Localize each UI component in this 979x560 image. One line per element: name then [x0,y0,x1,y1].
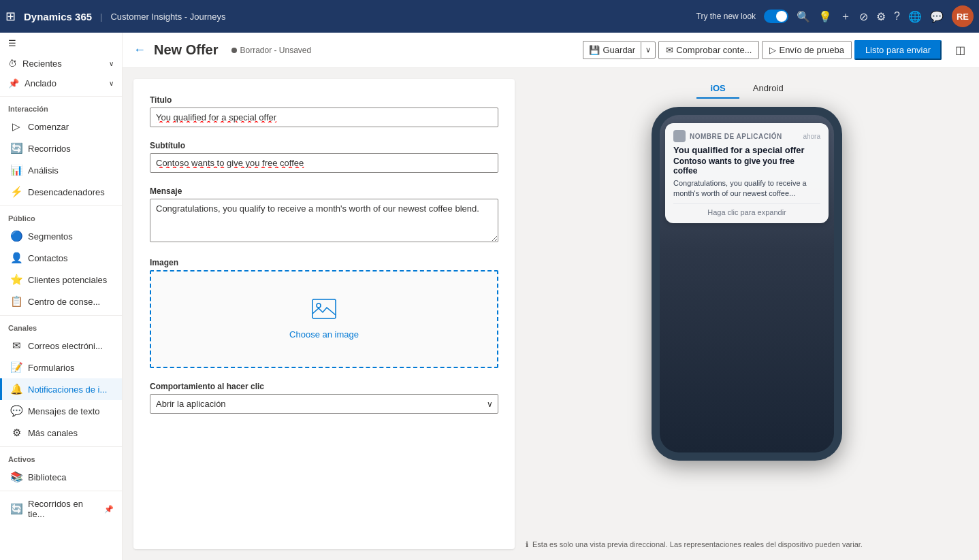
module-title: Customer Insights - Journeys [110,12,225,22]
main-content: Titulo Subtítulo Mensaje Congratulations… [123,68,979,560]
titulo-input[interactable] [150,108,498,127]
tab-ios[interactable]: iOS [696,79,739,99]
waffle-icon[interactable]: ⊞ [5,9,16,24]
sidebar-item-centro-consentimiento[interactable]: 📋 Centro de conse... [0,291,122,312]
imagen-group: Imagen Choose an image [150,258,498,368]
top-navigation: ⊞ Dynamics 365 | Customer Insights - Jou… [0,0,979,33]
back-button[interactable]: ← [133,43,146,57]
tab-android[interactable]: Android [739,79,797,99]
sidebar-item-anclado[interactable]: 📌 Anclado ∨ [0,73,122,93]
ready-to-send-button[interactable]: Listo para enviar [854,40,942,60]
centro-label: Centro de conse... [28,297,100,307]
comenzar-label: Comenzar [28,122,69,132]
chat-icon[interactable]: 💬 [930,10,944,23]
sidebar-item-notificaciones[interactable]: 🔔 Notificaciones de i... [0,378,122,400]
save-dropdown-button[interactable]: ∨ [641,42,656,59]
main-layout: ☰ ⏱ Recientes ∨ 📌 Anclado ∨ Interacción … [0,33,979,560]
notification-body: Congratulations, you qualify to receive … [673,178,820,199]
notificaciones-label: Notificaciones de i... [28,384,107,395]
canales-header: Canales [0,318,122,335]
sidebar-item-correos[interactable]: ✉ Correos electróni... [0,335,122,357]
publico-header: Público [0,209,122,225]
save-label: Guardar [603,45,635,55]
test-send-label: Envío de prueba [779,45,844,55]
collapse-icon[interactable]: ◫ [952,41,968,59]
send-icon: ▷ [769,45,776,55]
help-icon[interactable]: ? [894,10,900,22]
test-send-button[interactable]: ▷ Envío de prueba [762,41,851,59]
subtitulo-input[interactable] [150,153,498,173]
sidebar-item-comenzar[interactable]: ▷ Comenzar [0,116,122,137]
svg-rect-0 [312,299,336,318]
sidebar: ☰ ⏱ Recientes ∨ 📌 Anclado ∨ Interacción … [0,33,123,560]
sidebar-item-recorridos-tiempo[interactable]: 🔄 Recorridos en tie... 📌 [0,494,122,524]
settings-icon[interactable]: ⚙ [876,10,886,23]
plus-icon[interactable]: ＋ [840,10,851,24]
formularios-icon: 📝 [10,361,22,374]
recorridos-label: Recorridos [28,144,71,154]
image-upload-area[interactable]: Choose an image [150,270,498,368]
preview-panel: iOS Android NOMBRE DE APLICACIÓN ahora [526,79,968,549]
formularios-label: Formularios [28,363,75,373]
check-content-label: Comprobar conte... [676,45,752,55]
pin-icon: 📌 [104,505,114,514]
app-title: Dynamics 365 [24,11,92,22]
hamburger-button[interactable]: ☰ [0,33,122,54]
nav-separator: | [100,12,102,22]
comenzar-icon: ▷ [10,120,22,133]
sidebar-item-mas-canales[interactable]: ⚙ Más canales [0,422,122,444]
analisis-icon: 📊 [10,164,22,176]
disclaimer-text: Esta es solo una vista previa direcciona… [532,540,863,548]
sidebar-item-recientes[interactable]: ⏱ Recientes ∨ [0,54,122,73]
recorridos-tiempo-label: Recorridos en tie... [28,499,99,519]
mensaje-input[interactable]: Congratulations, you qualify to receive … [150,199,498,242]
app-icon [673,130,686,142]
sidebar-item-clientes-potenciales[interactable]: ⭐ Clientes potenciales [0,269,122,291]
recorridos-tiempo-icon: 🔄 [10,503,22,515]
sidebar-divider-3 [0,315,122,316]
sidebar-item-analisis[interactable]: 📊 Análisis [0,159,122,181]
desencadenadores-label: Desencadenadores [28,187,105,197]
sidebar-item-contactos[interactable]: 👤 Contactos [0,247,122,269]
lightbulb-icon[interactable]: 💡 [818,10,832,23]
check-content-button[interactable]: ✉ Comprobar conte... [658,41,759,59]
new-look-toggle[interactable] [764,10,788,23]
globe-icon[interactable]: 🌐 [908,10,922,23]
sidebar-divider-4 [0,446,122,447]
titulo-label: Titulo [150,95,498,105]
sidebar-item-biblioteca[interactable]: 📚 Biblioteca [0,466,122,488]
save-icon: 💾 [589,45,600,55]
contactos-label: Contactos [28,253,68,263]
notification-time: ahora [803,133,820,140]
sidebar-item-formularios[interactable]: 📝 Formularios [0,357,122,378]
clientes-label: Clientes potenciales [28,275,107,285]
preview-tabs: iOS Android [526,79,968,99]
sidebar-item-recorridos[interactable]: 🔄 Recorridos [0,137,122,159]
comportamiento-group: Comportamiento al hacer clic Abrir la ap… [150,382,498,414]
sidebar-item-mensajes-texto[interactable]: 💬 Mensajes de texto [0,400,122,422]
sidebar-item-segmentos[interactable]: 🔵 Segmentos [0,225,122,247]
notificaciones-icon: 🔔 [10,383,22,395]
page-title: New Offer [154,42,218,58]
top-nav-right: Try the new look 🔍 💡 ＋ ⊘ ⚙ ? 🌐 💬 RE [696,5,974,27]
notification-expand: Haga clic para expandir [673,203,820,216]
recientes-icon: ⏱ [8,59,17,69]
notification-card: NOMBRE DE APLICACIÓN ahora You qualified… [665,123,829,223]
comportamiento-select-wrapper: Abrir la aplicación Abrir URL Cerrar ∨ [150,394,498,414]
interaccion-header: Interacción [0,99,122,116]
recorridos-icon: 🔄 [10,142,22,154]
search-icon[interactable]: 🔍 [797,10,810,23]
clientes-icon: ⭐ [10,274,22,286]
avatar[interactable]: RE [952,5,974,27]
comportamiento-select[interactable]: Abrir la aplicación Abrir URL Cerrar [150,394,498,414]
save-button[interactable]: 💾 Guardar [583,41,641,59]
mas-canales-label: Más canales [28,428,78,438]
phone-screen: NOMBRE DE APLICACIÓN ahora You qualified… [660,115,834,452]
status-label: Borrador - Unsaved [240,46,311,55]
sidebar-item-desencadenadores[interactable]: ⚡ Desencadenadores [0,181,122,203]
centro-icon: 📋 [10,295,22,308]
choose-image-text[interactable]: Choose an image [165,329,483,340]
comportamiento-label: Comportamiento al hacer clic [150,382,498,391]
filter-icon[interactable]: ⊘ [859,10,868,23]
correos-icon: ✉ [10,340,22,352]
